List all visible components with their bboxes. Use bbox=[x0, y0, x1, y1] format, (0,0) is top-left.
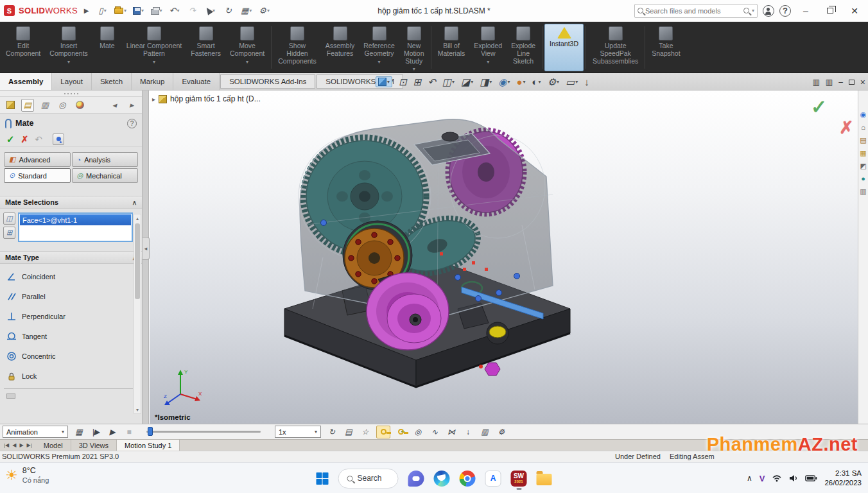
panel-scrollbar[interactable]: ▴ ▾ bbox=[134, 214, 141, 414]
display-style-icon[interactable]: ▾ bbox=[480, 77, 492, 87]
tabs-scroll-left[interactable] bbox=[108, 99, 121, 112]
ribbon-move-component[interactable]: Move Component▾ bbox=[225, 24, 269, 71]
redo-button[interactable] bbox=[186, 3, 200, 19]
ribbon-bill-of-materials[interactable]: Bill of Materials bbox=[433, 24, 470, 71]
search-go-icon[interactable] bbox=[743, 8, 749, 13]
section-view-icon[interactable]: ▾ bbox=[442, 77, 455, 87]
edit-appearance-icon[interactable]: ▾ bbox=[516, 77, 525, 87]
design-library-icon[interactable] bbox=[860, 137, 866, 144]
timeline-thumb[interactable] bbox=[148, 427, 153, 436]
mate-tab-advanced[interactable]: Advanced bbox=[4, 152, 71, 167]
search-caret-icon[interactable]: ▾ bbox=[752, 8, 754, 13]
maximize-button[interactable] bbox=[820, 3, 840, 19]
resources-icon[interactable] bbox=[860, 111, 867, 118]
minimize-button[interactable]: – bbox=[796, 3, 815, 19]
home-icon[interactable] bbox=[861, 124, 865, 131]
tab-sketch[interactable]: Sketch bbox=[92, 73, 132, 90]
blue-app-icon[interactable]: A bbox=[485, 471, 501, 487]
new-document-button[interactable]: ▾ bbox=[96, 3, 110, 19]
print-button[interactable]: ▾ bbox=[150, 3, 164, 19]
rebuild-button[interactable] bbox=[221, 3, 236, 19]
hide-show-items-icon[interactable]: ▾ bbox=[498, 77, 510, 87]
solidworks-app-icon[interactable]: SW2021 bbox=[511, 471, 527, 487]
zoom-to-area-icon[interactable] bbox=[413, 77, 422, 87]
annotation-views-icon[interactable]: ▾ bbox=[461, 77, 473, 87]
file-explorer-app-icon[interactable] bbox=[537, 474, 552, 485]
featuremanager-tab[interactable] bbox=[4, 99, 17, 112]
playback-speed-select[interactable]: 1x▾ bbox=[275, 426, 321, 438]
menu-flyout-arrow[interactable]: ▶ bbox=[84, 7, 89, 14]
mate-option-lock[interactable]: Lock bbox=[4, 366, 133, 386]
options-button[interactable]: ▾ bbox=[257, 3, 272, 19]
mate-help-icon[interactable]: ? bbox=[127, 119, 137, 128]
scroll-down-icon[interactable]: ▾ bbox=[134, 406, 141, 413]
view-palette-icon[interactable] bbox=[860, 162, 866, 169]
edge-app-icon[interactable] bbox=[434, 471, 450, 487]
mate-option-concentric[interactable]: Concentric bbox=[4, 346, 133, 366]
v-app-tray-icon[interactable]: V bbox=[759, 474, 765, 483]
volume-icon[interactable] bbox=[789, 474, 798, 482]
help-icon[interactable]: ? bbox=[779, 5, 791, 17]
mate-tab-mechanical[interactable]: Mechanical bbox=[72, 168, 139, 183]
chrome-app-icon[interactable] bbox=[460, 471, 476, 487]
playback-mode-icon[interactable] bbox=[326, 428, 338, 437]
featuretree-flyout-arrow[interactable]: ▸ bbox=[152, 96, 155, 103]
select-button[interactable]: ▾ bbox=[204, 3, 218, 19]
save-animation-icon[interactable] bbox=[343, 428, 354, 437]
weather-widget[interactable]: ☀ 8°C Có nắng bbox=[5, 466, 49, 485]
yellow-cap[interactable] bbox=[489, 326, 506, 338]
tab-evaluate[interactable]: Evaluate bbox=[173, 73, 220, 90]
save-button[interactable]: ▾ bbox=[132, 3, 146, 19]
ribbon-instant3d[interactable]: Instant3D bbox=[544, 24, 584, 71]
pane-left-icon[interactable] bbox=[812, 78, 819, 87]
panel-resize-grip[interactable] bbox=[0, 91, 142, 97]
pan-down-icon[interactable] bbox=[584, 77, 589, 87]
ribbon-linear-component-pattern[interactable]: Linear Component Pattern▾ bbox=[122, 24, 186, 71]
tab-assembly[interactable]: Assembly bbox=[0, 73, 52, 90]
file-explorer-pane-icon[interactable] bbox=[860, 150, 866, 157]
doc-minimize-icon[interactable] bbox=[838, 78, 843, 87]
tab-3d-views[interactable]: 3D Views bbox=[71, 440, 117, 451]
ribbon-update-speedpak[interactable]: Update SpeedPak Subassemblies bbox=[588, 24, 643, 71]
apply-scene-icon[interactable]: ▾ bbox=[532, 77, 541, 87]
panel-collapse-handle[interactable]: ◂ bbox=[143, 237, 150, 260]
tab-prev-icon[interactable]: ◀ bbox=[12, 442, 16, 448]
tab-motion-study-1[interactable]: Motion Study 1 bbox=[117, 440, 180, 451]
play-icon[interactable] bbox=[107, 428, 118, 437]
play-from-start-icon[interactable] bbox=[90, 428, 101, 437]
ribbon-assembly-features[interactable]: Assembly Features bbox=[321, 24, 360, 71]
taskbar-search[interactable]: Search bbox=[338, 469, 399, 489]
mate-type-header[interactable]: Mate Type ∧ bbox=[0, 251, 142, 264]
tab-markup[interactable]: Markup bbox=[132, 73, 173, 90]
taskbar-clock[interactable]: 2:31 SA 26/02/2023 bbox=[824, 469, 862, 488]
tab-solidworks-add-ins[interactable]: SOLIDWORKS Add-Ins bbox=[220, 74, 315, 89]
windows-start-button[interactable] bbox=[317, 472, 329, 485]
motor-icon[interactable] bbox=[412, 428, 424, 437]
undo-button[interactable]: ▾ bbox=[168, 3, 182, 19]
undo-mate-button[interactable]: ↶ bbox=[35, 134, 42, 144]
close-button[interactable]: ✕ bbox=[845, 3, 864, 19]
calculate-icon[interactable] bbox=[73, 428, 85, 437]
tab-next-icon[interactable]: ▶ bbox=[19, 442, 23, 448]
doc-restore-icon[interactable] bbox=[849, 80, 855, 85]
user-account-icon[interactable] bbox=[763, 5, 774, 17]
spring-icon[interactable] bbox=[429, 428, 440, 437]
animation-wizard-icon[interactable] bbox=[360, 428, 371, 437]
mate-tab-standard[interactable]: Standard bbox=[4, 168, 71, 183]
mate-option-perpendicular[interactable]: Perpendicular bbox=[4, 306, 133, 326]
confirm-cancel-icon[interactable]: ✗ bbox=[839, 117, 854, 138]
scroll-up-icon[interactable]: ▴ bbox=[134, 214, 141, 222]
screen-capture-icon[interactable]: ▾ bbox=[566, 77, 578, 87]
ribbon-take-snapshot[interactable]: Take Snapshot bbox=[647, 24, 684, 71]
add-key-icon[interactable]: + bbox=[395, 428, 407, 435]
mate-option-coincident[interactable]: Coincident bbox=[4, 266, 133, 286]
appearances-icon[interactable] bbox=[861, 175, 865, 182]
view-orientation-icon[interactable]: ▾ bbox=[376, 76, 392, 87]
contact-icon[interactable] bbox=[446, 428, 457, 437]
search-input[interactable] bbox=[645, 7, 742, 15]
pane-right-icon[interactable] bbox=[826, 78, 833, 87]
view-settings-icon[interactable]: ▾ bbox=[548, 77, 559, 87]
configurationmanager-tab[interactable] bbox=[39, 99, 51, 112]
displaymanager-tab[interactable] bbox=[73, 99, 86, 112]
tab-last-icon[interactable]: ▶| bbox=[27, 442, 32, 448]
